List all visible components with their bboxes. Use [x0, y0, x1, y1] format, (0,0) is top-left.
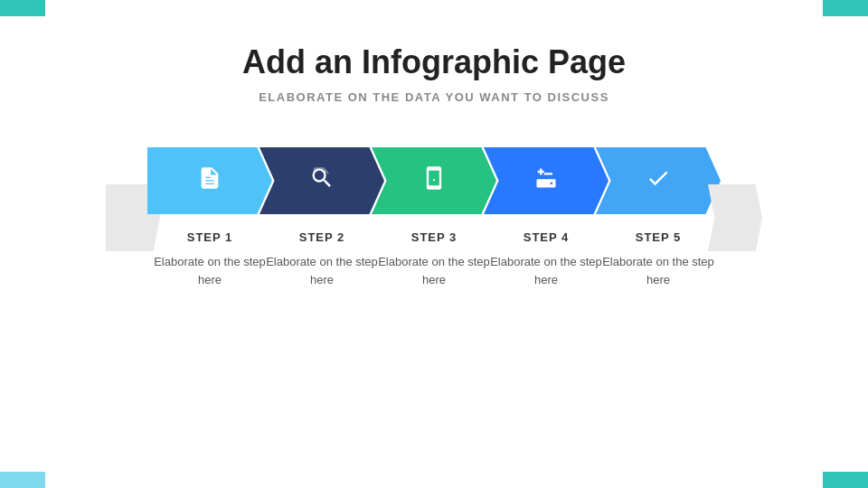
step-4-chevron: [484, 147, 609, 214]
step-1-info: STEP 1 Elaborate on the step here: [151, 230, 269, 288]
corner-accent-top-right: [823, 0, 868, 16]
page-subtitle: ELABORATE ON THE DATA YOU WANT TO DISCUS…: [259, 90, 609, 104]
step-1-label: STEP 1: [151, 230, 269, 244]
corner-accent-bottom-left: [0, 472, 45, 488]
corner-accent-bottom-right: [823, 472, 868, 488]
step-3-label: STEP 3: [375, 230, 493, 244]
step-3-icon: [421, 165, 447, 197]
step-1-icon: [197, 165, 222, 197]
step-2-wrapper: STEP 2 Elaborate on the step here: [259, 147, 384, 288]
step-1-wrapper: STEP 1 Elaborate on the step here: [147, 147, 272, 288]
step-1-chevron: [147, 147, 272, 214]
step-2-label: STEP 2: [263, 230, 381, 244]
step-4-icon: [533, 165, 559, 197]
step-3-desc: Elaborate on the step here: [375, 253, 493, 288]
step-5-icon: [646, 165, 671, 197]
step-2-icon: [309, 165, 335, 197]
step-5-desc: Elaborate on the step here: [599, 253, 717, 288]
corner-accent-top-left: [0, 0, 45, 16]
step-5-chevron: [596, 147, 721, 214]
placeholder-right: [721, 184, 762, 251]
page-wrapper: Add an Infographic Page ELABORATE ON THE…: [0, 0, 868, 488]
step-5-info: STEP 5 Elaborate on the step here: [599, 230, 717, 288]
page-title: Add an Infographic Page: [242, 43, 626, 81]
step-5-wrapper: STEP 5 Elaborate on the step here: [596, 147, 721, 288]
step-3-chevron: [372, 147, 496, 214]
step-2-chevron: [259, 147, 384, 214]
step-4-info: STEP 4 Elaborate on the step here: [487, 230, 605, 288]
step-2-desc: Elaborate on the step here: [263, 253, 381, 288]
step-2-info: STEP 2 Elaborate on the step here: [263, 230, 381, 288]
step-4-desc: Elaborate on the step here: [487, 253, 605, 288]
step-4-label: STEP 4: [487, 230, 605, 244]
step-1-desc: Elaborate on the step here: [151, 253, 269, 288]
step-3-wrapper: STEP 3 Elaborate on the step here: [372, 147, 496, 288]
chevron-placeholder-right: [708, 184, 762, 251]
steps-row: STEP 1 Elaborate on the step here STEP 2…: [0, 147, 868, 288]
step-3-info: STEP 3 Elaborate on the step here: [375, 230, 493, 288]
step-5-label: STEP 5: [599, 230, 717, 244]
step-4-wrapper: STEP 4 Elaborate on the step here: [484, 147, 609, 288]
